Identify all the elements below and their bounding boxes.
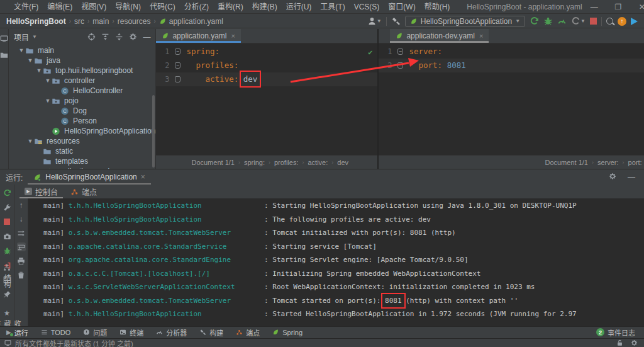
editor-breadcrumb-item[interactable]: profiles: <box>274 159 299 166</box>
breadcrumb-item[interactable]: HelloSpringBoot <box>6 17 66 26</box>
breadcrumb-item[interactable]: application.yaml <box>159 17 223 26</box>
stop-icon[interactable] <box>3 217 11 226</box>
pin-icon[interactable] <box>3 290 11 299</box>
fold-marker-icon[interactable]: − <box>172 59 183 72</box>
camera-icon[interactable] <box>3 232 11 241</box>
close-icon[interactable]: × <box>479 32 483 40</box>
tree-scrollbar[interactable] <box>152 95 155 168</box>
code-line[interactable]: 2− profiles: <box>156 59 377 72</box>
code-line[interactable]: 3 active: dev <box>156 72 377 86</box>
menu-item[interactable]: VCS(S) <box>350 0 384 14</box>
tree-item[interactable]: HelloSpringBootApplication <box>9 126 155 136</box>
breadcrumb-item[interactable]: src <box>74 17 84 26</box>
menu-item[interactable]: 窗口(W) <box>384 0 419 14</box>
rerun-icon[interactable] <box>3 188 11 197</box>
code-line[interactable]: 1−spring: <box>156 45 377 59</box>
project-panel-title[interactable]: 项目 <box>14 31 29 42</box>
menu-item[interactable]: 工具(T) <box>316 0 349 14</box>
debug-bug-icon[interactable] <box>543 16 553 26</box>
favorites-tool-button[interactable]: ★ 收藏夹 <box>0 309 14 327</box>
print-icon[interactable] <box>17 256 26 265</box>
maximize-button[interactable]: ❐ <box>606 0 630 14</box>
down-stacktrace-icon[interactable]: ↓ <box>17 215 26 224</box>
tab-endpoints[interactable]: 端点 <box>65 185 102 198</box>
expand-all-icon[interactable] <box>101 33 109 41</box>
tree-item[interactable]: ▼controller <box>9 76 155 86</box>
menu-item[interactable]: 视图(V) <box>77 0 111 14</box>
tree-item[interactable]: Person <box>9 116 155 126</box>
tree-item[interactable]: templates <box>9 156 155 166</box>
fold-marker-icon[interactable]: − <box>172 45 183 59</box>
chevron-expanded-icon[interactable]: ▼ <box>26 57 34 64</box>
editor-breadcrumb-item[interactable]: dev <box>337 159 348 166</box>
menu-item[interactable]: 代码(C) <box>145 0 180 14</box>
gear-icon[interactable] <box>129 33 137 41</box>
tool-window-button-问题[interactable]: 问题 <box>77 327 113 338</box>
console-output[interactable]: main] t.h.h.HelloSpringBootApplication :… <box>28 198 644 326</box>
hide-panel-icon[interactable]: — <box>628 173 635 181</box>
fold-marker-icon[interactable] <box>172 72 183 86</box>
tree-item[interactable]: ▼resources <box>9 136 155 146</box>
menu-item[interactable]: 文件(F) <box>9 0 43 14</box>
coverage-icon[interactable]: ▼ <box>571 16 586 26</box>
tree-item[interactable]: ▼pojo <box>9 96 155 106</box>
soft-wrap-icon[interactable] <box>17 242 26 251</box>
chevron-expanded-icon[interactable]: ▼ <box>26 138 34 144</box>
lock-icon[interactable] <box>616 339 623 346</box>
profiler-icon[interactable] <box>557 16 567 26</box>
gear-icon[interactable] <box>609 173 616 180</box>
tool-window-button-终端[interactable]: 终端 <box>113 327 150 338</box>
menu-item[interactable]: 编辑(E) <box>43 0 77 14</box>
tab-application-dev-yaml[interactable]: application-dev.yaml × <box>390 29 489 43</box>
tree-item[interactable]: Dog <box>9 106 155 116</box>
fold-marker-icon[interactable]: − <box>395 45 406 59</box>
menu-item[interactable]: 帮助(H) <box>420 0 455 14</box>
editor-breadcrumb-item[interactable]: active: <box>308 159 328 166</box>
tool-window-button-spring[interactable]: Spring <box>266 327 309 338</box>
close-icon[interactable]: × <box>141 173 145 181</box>
tree-item[interactable]: ▼java <box>9 55 155 65</box>
user-icon[interactable]: ▼ <box>367 16 382 26</box>
event-log-button[interactable]: 2事件日志 <box>596 327 644 338</box>
tool-window-button-构建[interactable]: 构建 <box>193 327 230 338</box>
locate-target-icon[interactable] <box>87 33 96 41</box>
hide-panel-icon[interactable]: — <box>143 33 150 42</box>
skip-icon[interactable] <box>17 229 26 237</box>
tab-console[interactable]: ▶ 控制台 <box>19 185 63 198</box>
project-stripe-icon[interactable] <box>0 34 8 45</box>
minimize-button[interactable]: — <box>582 0 606 14</box>
run-configuration-select[interactable]: HelloSpringBootApplication ▼ <box>405 16 525 27</box>
collapse-all-icon[interactable] <box>115 33 123 41</box>
tool-window-button-分析器[interactable]: 分析器 <box>150 327 193 338</box>
tree-item[interactable]: ▼main <box>9 45 155 55</box>
tool-window-button-运行[interactable]: ▶运行 <box>0 327 35 338</box>
stop-icon[interactable] <box>590 18 597 25</box>
chevron-expanded-icon[interactable]: ▼ <box>18 47 25 54</box>
menu-item[interactable]: 导航(N) <box>111 0 145 14</box>
tab-application-yaml[interactable]: application.yaml × <box>156 29 240 43</box>
tree-item[interactable]: ▼top.huii.hellospringboot <box>9 65 155 76</box>
editor-breadcrumb-item[interactable]: port: <box>628 159 642 166</box>
editor-breadcrumb-item[interactable]: spring: <box>244 159 265 166</box>
structure-tool-button[interactable]: 结构 <box>0 264 14 288</box>
menu-item[interactable]: 构建(B) <box>248 0 282 14</box>
chevron-expanded-icon[interactable]: ▼ <box>35 67 43 74</box>
close-button[interactable]: ✕ <box>630 0 644 14</box>
feature-trainer-icon[interactable] <box>631 18 638 25</box>
tool-window-button-todo[interactable]: TODO <box>35 327 77 338</box>
menu-item[interactable]: 重构(R) <box>213 0 248 14</box>
run-tab[interactable]: HelloSpringBootApplication × <box>28 169 150 185</box>
breadcrumb-item[interactable]: resources <box>118 17 151 26</box>
wrench-icon[interactable] <box>3 203 11 212</box>
editor-left[interactable]: ✔ 1−spring:2− profiles:3 active: dev <box>156 43 377 155</box>
menu-item[interactable]: 运行(U) <box>282 0 316 14</box>
tree-item[interactable]: HelloController <box>9 86 155 96</box>
code-line[interactable]: 2 port: 8081 <box>379 59 644 72</box>
rerun-icon[interactable] <box>530 16 539 26</box>
hammer-icon[interactable] <box>391 16 401 26</box>
update-icon[interactable]: ↑ <box>618 17 626 26</box>
editor-breadcrumb-item[interactable]: Document 1/1 <box>191 159 234 166</box>
editor-right[interactable]: ✔ 1−server:2 port: 8081 <box>379 43 644 155</box>
menu-item[interactable]: 分析(Z) <box>180 0 213 14</box>
clear-icon[interactable] <box>17 270 26 279</box>
